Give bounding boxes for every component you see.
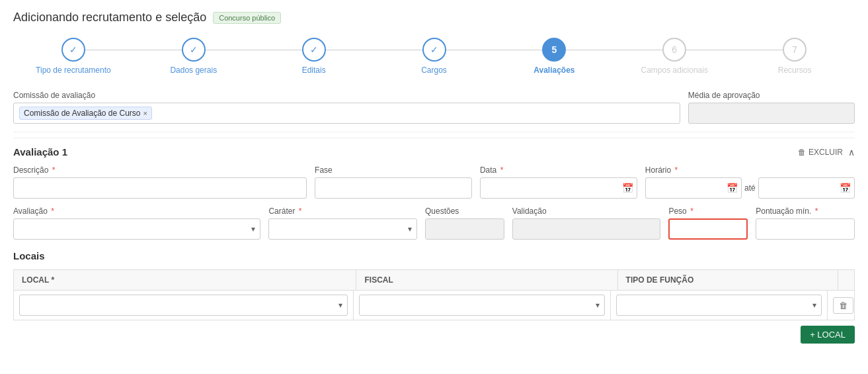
add-local-container: + LOCAL — [13, 320, 855, 344]
step-4[interactable]: ✓ Cargos — [374, 38, 494, 75]
step-6-circle: 6 — [662, 38, 686, 62]
step-1-circle: ✓ — [61, 38, 85, 62]
carater-required: * — [299, 207, 302, 216]
fase-input[interactable] — [315, 177, 472, 199]
step-5-label: Avaliações — [533, 66, 574, 75]
peso-label: Peso * — [668, 207, 748, 216]
step-1-label: Tipo de recrutamento — [36, 66, 111, 75]
horario-start-calendar-icon[interactable]: 📅 — [727, 183, 738, 193]
locais-table-row: 🗑 — [13, 290, 855, 320]
fiscal-select[interactable] — [359, 295, 606, 316]
step-2-circle: ✓ — [182, 38, 206, 62]
peso-required: * — [690, 207, 693, 216]
commission-tag: Comissão de Avaliação de Curso × — [19, 107, 152, 120]
data-calendar-icon[interactable]: 📅 — [622, 183, 633, 193]
descricao-field-group: Descrição * — [13, 165, 307, 199]
questoes-field-group: Questões — [425, 207, 504, 240]
horario-end-calendar-icon[interactable]: 📅 — [840, 183, 851, 193]
pontuacao-input[interactable] — [756, 218, 855, 240]
step-3-label: Editais — [302, 66, 326, 75]
commission-tag-close[interactable]: × — [143, 109, 147, 117]
step-3[interactable]: ✓ Editais — [254, 38, 374, 75]
questoes-label: Questões — [425, 207, 504, 216]
fase-field-group: Fase — [315, 165, 472, 199]
action-col-header — [838, 270, 854, 290]
media-aprovacao-input[interactable] — [688, 103, 855, 124]
descricao-required: * — [52, 165, 56, 175]
tipo-funcao-cell — [611, 291, 828, 320]
pontuacao-label: Pontuação mín. * — [756, 207, 855, 216]
avaliacao-type-required: * — [51, 207, 54, 216]
data-field-group: Data * 📅 — [480, 165, 637, 199]
pontuacao-required: * — [815, 207, 818, 216]
horario-row: 📅 até 📅 — [645, 177, 855, 199]
tipo-funcao-col-header: TIPO DE FUNÇÃO — [618, 270, 838, 290]
descricao-label: Descrição * — [13, 165, 307, 175]
validacao-label: Validação — [512, 207, 661, 216]
step-2-label: Dados gerais — [170, 66, 217, 75]
ate-label: até — [744, 183, 756, 193]
descricao-input[interactable] — [13, 177, 307, 199]
carater-select[interactable] — [268, 218, 417, 240]
step-7-circle: 7 — [783, 38, 807, 62]
commission-input[interactable]: Comissão de Avaliação de Curso × — [13, 103, 680, 124]
avaliacao-type-select[interactable] — [13, 218, 260, 240]
step-1[interactable]: ✓ Tipo de recrutamento — [13, 38, 134, 75]
avaliacao-type-field-group: Avaliação * — [13, 207, 260, 240]
horario-label: Horário * — [645, 165, 855, 175]
locais-title: Locais — [13, 250, 855, 261]
fiscal-cell — [354, 291, 612, 320]
step-5[interactable]: 5 Avaliações — [494, 38, 614, 75]
local-select[interactable] — [19, 295, 348, 316]
delete-local-button[interactable]: 🗑 — [833, 297, 853, 314]
step-3-circle: ✓ — [302, 38, 326, 62]
local-required: * — [51, 275, 54, 285]
action-cell: 🗑 — [828, 293, 854, 318]
media-aprovacao-field-group: Média de aprovação — [688, 91, 855, 124]
avaliacao-type-select-wrapper — [13, 218, 260, 240]
step-5-circle: 5 — [542, 38, 566, 62]
trash-icon: 🗑 — [798, 148, 806, 157]
commission-field-group: Comissão de avaliação Comissão de Avalia… — [13, 91, 680, 124]
divider-1 — [13, 132, 855, 132]
step-6[interactable]: 6 Campos adicionais — [614, 38, 734, 75]
step-4-label: Cargos — [421, 66, 447, 75]
step-2[interactable]: ✓ Dados gerais — [134, 38, 254, 75]
peso-input[interactable] — [668, 218, 748, 240]
exclude-button[interactable]: 🗑 EXCLUIR — [798, 148, 843, 157]
data-input-wrapper: 📅 — [480, 177, 637, 199]
step-7-label: Recursos — [778, 66, 812, 75]
avaliacao-section-header: Avaliação 1 🗑 EXCLUIR ∧ — [13, 138, 855, 158]
fiscal-select-wrapper — [359, 295, 606, 316]
page-title: Adicionando recrutamento e seleção — [13, 11, 206, 24]
step-4-circle: ✓ — [422, 38, 446, 62]
questoes-input[interactable] — [425, 218, 504, 240]
horario-field-group: Horário * 📅 até 📅 — [645, 165, 855, 199]
data-required: * — [500, 165, 504, 175]
fiscal-col-header: FISCAL — [356, 270, 617, 290]
local-col-header: LOCAL * — [14, 270, 356, 290]
horario-start-wrapper: 📅 — [645, 177, 742, 199]
validacao-input[interactable] — [512, 218, 661, 240]
data-label: Data * — [480, 165, 637, 175]
commission-label: Comissão de avaliação — [13, 91, 680, 100]
media-aprovacao-label: Média de aprovação — [688, 91, 855, 100]
carater-select-wrapper — [268, 218, 417, 240]
tipo-funcao-select[interactable] — [616, 295, 822, 316]
step-7[interactable]: 7 Recursos — [734, 38, 855, 75]
concurso-badge: Concurso público — [213, 12, 281, 24]
data-input[interactable] — [480, 177, 637, 199]
local-cell — [14, 291, 354, 320]
avaliacao-section-title: Avaliação 1 — [13, 146, 67, 158]
add-local-button[interactable]: + LOCAL — [801, 326, 855, 344]
avaliacao-row-2: Avaliação * Caráter * Questões — [13, 207, 855, 240]
peso-field-group: Peso * — [668, 207, 748, 240]
carater-label: Caráter * — [268, 207, 417, 216]
pontuacao-field-group: Pontuação mín. * — [756, 207, 855, 240]
step-6-label: Campos adicionais — [641, 66, 708, 75]
collapse-button[interactable]: ∧ — [848, 147, 855, 158]
tipo-funcao-select-wrapper — [616, 295, 822, 316]
page-header: Adicionando recrutamento e seleção Concu… — [13, 11, 855, 24]
avaliacao-type-label: Avaliação * — [13, 207, 260, 216]
locais-section: Locais LOCAL * FISCAL TIPO DE FUNÇÃO — [13, 250, 855, 344]
